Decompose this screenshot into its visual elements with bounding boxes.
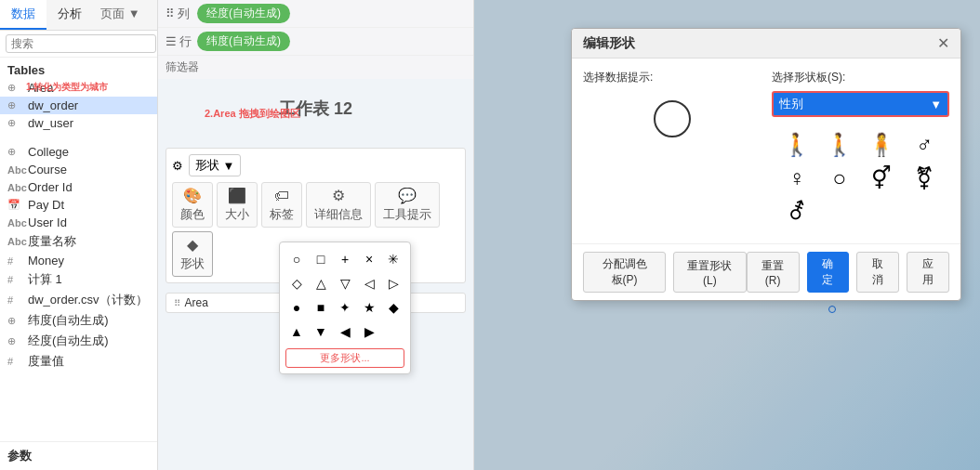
shape-filled-diamond[interactable]: ◆ xyxy=(382,296,404,319)
item-pay-dt[interactable]: 📅 Pay Dt xyxy=(0,196,157,214)
shape-picker: ○ □ + × ✳ ◇ △ ▽ ◁ ▷ ● ■ ✦ ★ ◆ ▲ ▼ ◀ ▶ 更多… xyxy=(279,242,411,374)
marks-btn-tooltip[interactable]: 💬 工具提示 xyxy=(375,182,440,228)
item-dw-count[interactable]: # dw_order.csv（计数） xyxy=(0,290,157,310)
hash-icon: # xyxy=(7,255,28,267)
marks-btn-color[interactable]: 🎨 颜色 xyxy=(172,182,213,228)
item-money[interactable]: # Money xyxy=(0,252,157,269)
gender-neuter[interactable]: ○ xyxy=(822,165,857,191)
workbook-title: 工作表 12 xyxy=(279,98,352,120)
params-label: 参数 xyxy=(0,441,157,470)
gender-female[interactable]: ♀ xyxy=(779,165,814,191)
item-college[interactable]: ⊕ College xyxy=(0,143,157,161)
shape-square[interactable]: □ xyxy=(310,248,332,270)
top-tabs: 数据 分析 页面 ▼ xyxy=(0,0,157,31)
item-dw-order[interactable]: ⊕ dw_order xyxy=(0,97,157,114)
select-shape-label: 选择形状板(S): xyxy=(772,70,949,85)
shape-circle[interactable]: ○ xyxy=(285,248,308,270)
latitude-pill[interactable]: 纬度(自动生成) xyxy=(197,32,290,51)
globe-icon: ⊕ xyxy=(7,82,28,94)
abc-icon-3: Abc xyxy=(7,217,28,228)
hash-icon-3: # xyxy=(7,294,28,306)
reset-button[interactable]: 重置(R) xyxy=(747,252,800,293)
marks-header: ⚙ 形状 ▼ xyxy=(172,154,458,176)
gender-grid: 🚶 🚶 🧍 ♂ ♀ ○ ⚥ ⚧ ⚦ xyxy=(772,124,949,232)
marks-btn-size[interactable]: ⬛ 大小 xyxy=(217,182,258,228)
item-order-id[interactable]: Abc Order Id xyxy=(0,178,157,196)
longitude-pill[interactable]: 经度(自动生成) xyxy=(197,4,290,23)
item-longitude[interactable]: ⊕ 经度(自动生成) xyxy=(0,331,157,351)
marks-btn-detail[interactable]: ⚙ 详细信息 xyxy=(306,182,371,228)
item-dw-user[interactable]: ⊕ dw_user xyxy=(0,114,157,132)
marks-btn-label[interactable]: 🏷 标签 xyxy=(261,182,302,228)
cancel-button[interactable]: 取消 xyxy=(856,252,899,293)
item-user-id[interactable]: Abc User Id xyxy=(0,214,157,231)
globe-icon-2: ⊕ xyxy=(7,99,28,111)
gender-man-1[interactable]: 🚶 xyxy=(779,132,814,158)
item-course[interactable]: Abc Course xyxy=(0,161,157,178)
detail-icon: ⚙ xyxy=(332,187,345,204)
more-shapes-button[interactable]: 更多形状... xyxy=(285,348,404,368)
shape-filled-tri-left[interactable]: ◀ xyxy=(334,320,356,343)
item-measure-value[interactable]: # 度量值 xyxy=(0,351,157,372)
label-icon: 🏷 xyxy=(274,188,289,204)
shape-filled-square[interactable]: ■ xyxy=(310,296,332,319)
globe-icon-4: ⊕ xyxy=(7,146,28,158)
tab-page[interactable]: 页面 ▼ xyxy=(93,0,148,30)
area-row-label: Area xyxy=(184,296,207,309)
tab-data[interactable]: 数据 xyxy=(0,0,46,30)
shape-select-dropdown[interactable]: 性别 ▼ xyxy=(772,91,949,117)
dialog-footer: 分配调色板(P) 重置形状(L) 重置(R) 确定 取消 应用 xyxy=(572,243,960,300)
edit-shape-dialog: 编辑形状 ✕ 选择数据提示: 选择形状板(S): 性别 ▼ xyxy=(571,28,961,301)
dialog-close-button[interactable]: ✕ xyxy=(937,34,949,52)
gender-trans-2[interactable]: ⚦ xyxy=(779,199,814,225)
abc-icon-2: Abc xyxy=(7,182,28,193)
shape-select-arrow: ▼ xyxy=(930,98,942,111)
shape-plus[interactable]: + xyxy=(334,248,356,270)
item-calc1[interactable]: # 计算 1 xyxy=(0,269,157,290)
gender-transgender[interactable]: ⚧ xyxy=(907,165,942,191)
columns-row: ⠿ 列 经度(自动生成) xyxy=(158,0,473,28)
rows-icon: ☰ xyxy=(166,34,177,48)
shape-filled-tri-right[interactable]: ▶ xyxy=(358,320,380,343)
shape-filled-tri-down[interactable]: ▼ xyxy=(310,320,332,343)
marks-dropdown[interactable]: 形状 ▼ xyxy=(189,154,241,176)
dialog-body: 选择数据提示: 选择形状板(S): 性别 ▼ 🚶 xyxy=(572,59,960,243)
item-latitude[interactable]: ⊕ 纬度(自动生成) xyxy=(0,310,157,331)
shape-triangle-down[interactable]: ▽ xyxy=(334,272,356,294)
shape-filled-plus[interactable]: ✦ xyxy=(334,296,356,319)
dialog-overlay: 编辑形状 ✕ 选择数据提示: 选择形状板(S): 性别 ▼ xyxy=(474,0,980,470)
select-data-label: 选择数据提示: xyxy=(583,70,761,85)
gender-male[interactable]: ♂ xyxy=(907,132,942,158)
size-label: 大小 xyxy=(225,206,249,223)
ok-button[interactable]: 确定 xyxy=(807,252,850,293)
apply-button[interactable]: 应用 xyxy=(907,252,949,293)
shape-filled-star[interactable]: ★ xyxy=(358,296,380,319)
shape-tri-right[interactable]: ▷ xyxy=(382,272,404,294)
search-input[interactable] xyxy=(6,34,156,53)
dialog-header: 编辑形状 ✕ xyxy=(572,29,960,59)
label-label: 标签 xyxy=(270,206,294,223)
marks-btn-shape[interactable]: ◆ 形状 xyxy=(172,231,213,277)
item-area[interactable]: ⊕ Area xyxy=(0,79,157,97)
shape-cross[interactable]: × xyxy=(358,248,380,270)
globe-icon-6: ⊕ xyxy=(7,335,28,347)
footer-left-buttons: 分配调色板(P) 重置形状(L) xyxy=(583,252,747,293)
gender-male-female[interactable]: ⚥ xyxy=(865,165,900,191)
shape-filled-tri-up[interactable]: ▲ xyxy=(285,320,308,343)
shape-filled-circle[interactable]: ● xyxy=(285,296,308,319)
reset-shape-button[interactable]: 重置形状(L) xyxy=(673,252,747,293)
gender-man-2[interactable]: 🚶 xyxy=(822,132,857,158)
gender-man-3[interactable]: 🧍 xyxy=(865,132,900,158)
search-bar: 🔍 ≡ xyxy=(0,31,157,58)
globe-icon-5: ⊕ xyxy=(7,315,28,327)
shape-diamond[interactable]: ◇ xyxy=(285,272,308,294)
shape-triangle-up[interactable]: △ xyxy=(310,272,332,294)
color-icon: 🎨 xyxy=(183,187,202,204)
shape-preview-circle xyxy=(654,100,691,137)
shape-asterisk[interactable]: ✳ xyxy=(382,248,404,270)
globe-icon-3: ⊕ xyxy=(7,117,28,129)
assign-palette-button[interactable]: 分配调色板(P) xyxy=(583,252,666,293)
tab-analysis[interactable]: 分析 xyxy=(46,0,93,30)
item-measure-name[interactable]: Abc 度量名称 xyxy=(0,231,157,252)
shape-tri-left[interactable]: ◁ xyxy=(358,272,380,294)
